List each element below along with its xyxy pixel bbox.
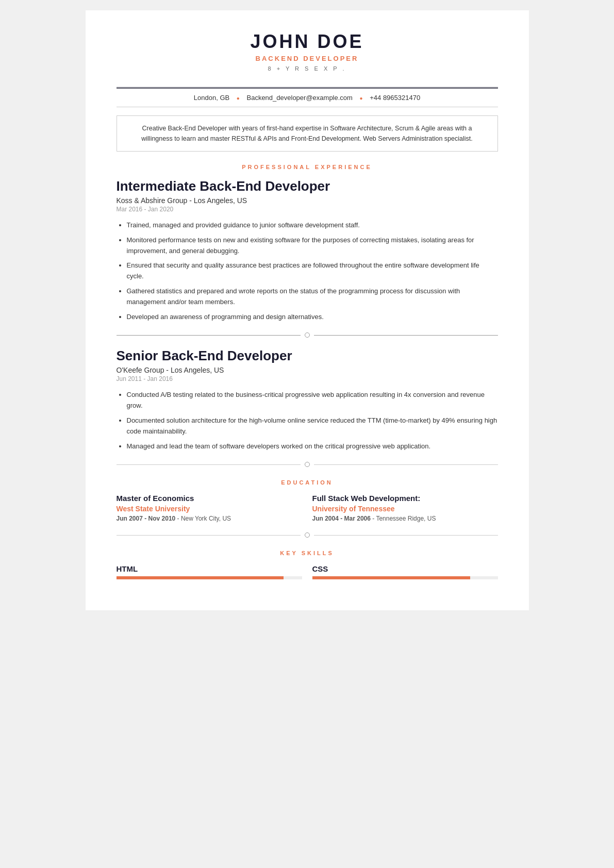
dot-2: ● xyxy=(360,95,363,101)
edu-2-date-text: Jun 2004 - Mar 2006 xyxy=(312,515,371,522)
contact-location: London, GB xyxy=(194,94,229,102)
education-section-header: EDUCATION xyxy=(117,479,498,486)
job-1-date: Mar 2016 - Jan 2020 xyxy=(117,206,498,213)
candidate-name: JOHN DOE xyxy=(117,31,498,53)
edu-2-loc-text: Tennessee Ridge, US xyxy=(376,515,436,522)
edu-2-degree: Full Stack Web Development: xyxy=(312,494,498,503)
edu-1-date: Jun 2007 - Nov 2010 - New York City, US xyxy=(117,515,302,522)
skills-circle xyxy=(305,532,310,538)
skill-2-bar-bg xyxy=(312,576,498,579)
edu-1-degree: Master of Economics xyxy=(117,494,302,503)
full-line-right xyxy=(314,464,498,465)
timeline-line-right xyxy=(314,335,498,336)
candidate-title: BACKEND DEVELOPER xyxy=(117,55,498,62)
contact-email: Backend_developer@example.com xyxy=(246,94,352,102)
list-item: Monitored performance tests on new and e… xyxy=(127,235,498,257)
timeline-line-left xyxy=(117,335,301,336)
experience-section-title: PROFESSIONAL EXPERIENCE xyxy=(117,164,498,170)
skill-2-bar-fill xyxy=(312,576,470,579)
skill-item-1: HTML xyxy=(117,564,302,579)
edu-1-date-text: Jun 2007 - Nov 2010 xyxy=(117,515,176,522)
job-2-bullets: Conducted A/B testing related to the bus… xyxy=(117,390,498,452)
edu-2-school: University of Tennessee xyxy=(312,505,498,513)
list-item: Managed and lead the team of software de… xyxy=(127,441,498,452)
job-2-company: O'Keefe Group - Los Angeles, US xyxy=(117,366,498,374)
header-section: JOHN DOE BACKEND DEVELOPER 8 + Y R S E X… xyxy=(117,31,498,80)
skill-1-name: HTML xyxy=(117,564,302,573)
edu-1-location: - xyxy=(177,515,181,522)
education-section-title: EDUCATION xyxy=(117,479,498,486)
list-item: Ensured that security and quality assura… xyxy=(127,260,498,282)
job-1-company: Koss & Abshire Group - Los Angeles, US xyxy=(117,196,498,205)
list-item: Documented solution architecture for the… xyxy=(127,415,498,437)
job-divider-1 xyxy=(117,332,498,338)
job-1-title: Intermediate Back-End Developer xyxy=(117,178,498,194)
job-2: Senior Back-End Developer O'Keefe Group … xyxy=(117,348,498,452)
experience-section-header: PROFESSIONAL EXPERIENCE xyxy=(117,164,498,170)
edu-1-loc-text: New York City, US xyxy=(181,515,231,522)
skills-section-title: KEY SKILLS xyxy=(117,550,498,556)
skills-section-header: KEY SKILLS xyxy=(117,550,498,556)
skills-line-right xyxy=(314,535,498,536)
edu-1-school: West State University xyxy=(117,505,302,513)
list-item: Conducted A/B testing related to the bus… xyxy=(127,390,498,411)
contact-phone: +44 8965321470 xyxy=(370,94,420,102)
skills-section-divider xyxy=(117,532,498,538)
resume-container: JOHN DOE BACKEND DEVELOPER 8 + Y R S E X… xyxy=(86,10,529,610)
education-section-divider xyxy=(117,462,498,467)
contact-bar: London, GB ● Backend_developer@example.c… xyxy=(117,89,498,107)
list-item: Developed an awareness of programming an… xyxy=(127,312,498,323)
years-experience: 8 + Y R S E X P . xyxy=(117,65,498,72)
job-2-title: Senior Back-End Developer xyxy=(117,348,498,364)
skill-item-2: CSS xyxy=(312,564,498,579)
dot-1: ● xyxy=(237,95,240,101)
full-line-left xyxy=(117,464,301,465)
job-2-date: Jun 2011 - Jan 2016 xyxy=(117,375,498,382)
education-grid: Master of Economics West State Universit… xyxy=(117,494,498,522)
summary-text: Creative Back-End Developer with years o… xyxy=(141,125,472,142)
skill-2-name: CSS xyxy=(312,564,498,573)
skill-1-bar-fill xyxy=(117,576,284,579)
summary-box: Creative Back-End Developer with years o… xyxy=(117,115,498,152)
skill-1-bar-bg xyxy=(117,576,302,579)
edu-item-1: Master of Economics West State Universit… xyxy=(117,494,302,522)
timeline-circle xyxy=(305,332,310,338)
list-item: Trained, managed and provided guidance t… xyxy=(127,220,498,231)
full-circle xyxy=(305,462,310,467)
edu-2-date: Jun 2004 - Mar 2006 - Tennessee Ridge, U… xyxy=(312,515,498,522)
list-item: Gathered statistics and prepared and wro… xyxy=(127,286,498,308)
skills-line-left xyxy=(117,535,301,536)
job-1-bullets: Trained, managed and provided guidance t… xyxy=(117,220,498,322)
edu-item-2: Full Stack Web Development: University o… xyxy=(312,494,498,522)
job-1: Intermediate Back-End Developer Koss & A… xyxy=(117,178,498,322)
skills-grid: HTML CSS xyxy=(117,564,498,579)
